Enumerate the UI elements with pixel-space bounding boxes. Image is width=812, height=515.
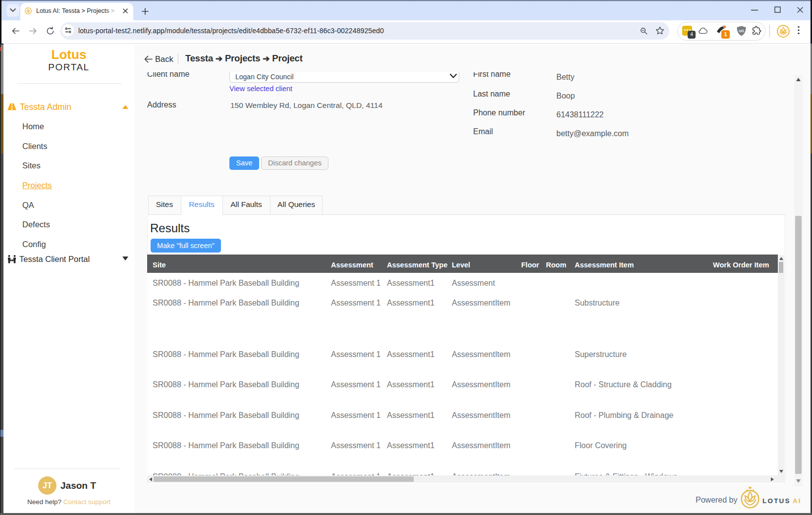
svg-text:UO: UO [739, 29, 744, 33]
